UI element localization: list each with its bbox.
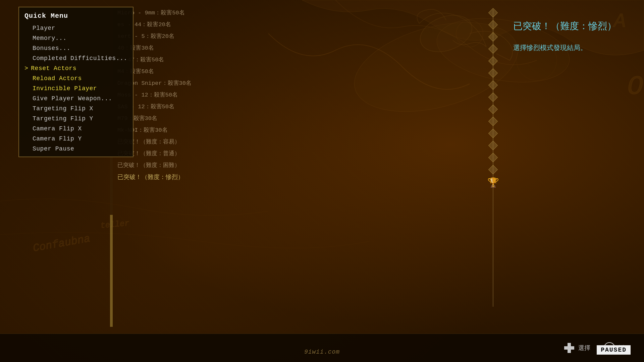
achievement-item: M79：殺害30名: [117, 112, 483, 124]
menu-item-super_pause[interactable]: Super Pause: [19, 144, 133, 154]
diamond-icon: [488, 117, 498, 126]
achievement-item: es - 44：殺害20名: [117, 18, 483, 30]
achievement-list: Micro - 9mm：殺害50名es - 44：殺害20名sert - 5：殺…: [104, 0, 483, 334]
diamond-icon: [488, 68, 498, 78]
svg-rect-10: [564, 346, 568, 350]
diamond-icon: [488, 80, 498, 90]
achievement-text: 已突破！（難度：慘烈）: [117, 173, 483, 181]
diamond-icon: [488, 44, 498, 54]
diamond-icon: [488, 20, 498, 29]
menu-item-memory[interactable]: Memory...: [19, 33, 133, 43]
svg-text:Confaubna: Confaubna: [32, 232, 91, 254]
diamond-icon: [488, 153, 498, 162]
diamond-icon: [488, 32, 498, 42]
select-label: 選擇: [578, 344, 590, 352]
achievement-item: SAS - 12：殺害50名: [117, 101, 483, 112]
menu-item-label: Targeting Flip X: [33, 105, 93, 112]
menu-item-invincible_player[interactable]: Invincible Player: [19, 83, 133, 94]
menu-item-label: Invincible Player: [33, 85, 97, 92]
selected-achievement-desc: 選擇慘烈模式發現結局。: [513, 43, 634, 53]
achievement-item: AK-47：殺害50名: [117, 54, 483, 65]
menu-item-label: Reset Actors: [31, 65, 76, 72]
achievement-item: 已突破！（難度：困難）: [117, 159, 483, 171]
achievement-text: M79：殺害30名: [117, 114, 483, 122]
achievement-item: 已突破！（難度：普通）: [117, 147, 483, 159]
menu-arrow: >: [24, 65, 28, 72]
menu-item-reload_actors[interactable]: Reload Actors: [19, 73, 133, 83]
bottom-bar: 選擇 返回: [0, 334, 644, 362]
achievement-text: Dragon Sniper：殺害30名: [117, 79, 483, 87]
quick-menu: Quick Menu PlayerMemory...Bonuses...Comp…: [18, 7, 133, 157]
menu-item-reset_actors[interactable]: >Reset Actors: [19, 63, 133, 73]
select-control: 選擇: [564, 342, 590, 354]
diamond-column: 🏆: [483, 0, 503, 334]
achievements-panel: Micro - 9mm：殺害50名es - 44：殺害20名sert - 5：殺…: [104, 0, 644, 334]
diamond-icon: [488, 141, 498, 150]
menu-item-label: Targeting Flip Y: [33, 115, 93, 122]
achievement-text: Micro - 9mm：殺害50名: [117, 9, 483, 16]
achievement-item: Moss - 12：殺害50名: [117, 89, 483, 101]
achievement-item: 已突破！（難度：容易）: [117, 136, 483, 147]
achievement-text: sert - 5：殺害20名: [117, 32, 483, 40]
selected-achievement-title: 已突破！（難度：慘烈）: [513, 20, 634, 33]
menu-item-label: Player: [33, 25, 55, 32]
menu-item-completed_difficulties[interactable]: Completed Difficulties...: [19, 53, 133, 63]
menu-item-camera_flip_y[interactable]: Camera Flip Y: [19, 134, 133, 144]
achievement-text: es - 44：殺害20名: [117, 20, 483, 28]
menu-item-label: Camera Flip Y: [33, 135, 82, 142]
menu-item-label: Memory...: [33, 35, 67, 42]
achievement-text: SAS - 12：殺害50名: [117, 103, 483, 110]
watermark: 9iwii.com: [304, 349, 340, 355]
achievement-item: 40：殺害30名: [117, 42, 483, 54]
achievement-text: 已突破！（難度：普通）: [117, 149, 483, 157]
menu-item-label: Completed Difficulties...: [33, 55, 127, 62]
info-panel: 已突破！（難度：慘烈） 選擇慘烈模式發現結局。: [503, 0, 644, 334]
achievement-text: 已突破！（難度：容易）: [117, 138, 483, 145]
menu-item-camera_flip_x[interactable]: Camera Flip X: [19, 124, 133, 134]
achievement-item: sert - 5：殺害20名: [117, 30, 483, 42]
menu-item-targeting_flip_y[interactable]: Targeting Flip Y: [19, 114, 133, 124]
svg-rect-9: [568, 343, 571, 346]
achievement-text: M4：殺害50名: [117, 67, 483, 75]
diamond-icon: [488, 105, 498, 114]
achievement-text: Mk-NDI：殺害30名: [117, 126, 483, 134]
achievement-text: 40：殺害30名: [117, 44, 483, 52]
svg-rect-13: [568, 350, 571, 353]
diamond-icon: [488, 165, 498, 174]
diamond-icon: [488, 56, 498, 66]
achievement-item: Micro - 9mm：殺害50名: [117, 7, 483, 18]
quick-menu-title: Quick Menu: [19, 10, 133, 23]
menu-item-give_player_weapon[interactable]: Give Player Weapon...: [19, 94, 133, 104]
achievement-text: AK-47：殺害50名: [117, 56, 483, 63]
diamond-icon: [488, 8, 498, 17]
menu-item-label: Super Pause: [33, 145, 74, 152]
diamond-icon: [488, 129, 498, 138]
diamond-icon: [488, 93, 498, 102]
achievement-text: Moss - 12：殺害50名: [117, 91, 483, 99]
trophy-icon: 🏆: [487, 177, 499, 188]
achievement-text: 已突破！（難度：困難）: [117, 161, 483, 169]
menu-item-label: Reload Actors: [33, 75, 82, 82]
svg-rect-12: [571, 346, 574, 350]
achievement-item: Mk-NDI：殺害30名: [117, 124, 483, 136]
dpad-icon: [564, 342, 575, 354]
menu-item-label: Give Player Weapon...: [33, 95, 112, 102]
paused-badge: PAUSED: [597, 345, 631, 355]
menu-item-label: Camera Flip X: [33, 125, 82, 132]
achievement-item: M4：殺害50名: [117, 65, 483, 77]
achievement-item: 已突破！（難度：慘烈）: [117, 171, 483, 183]
menu-item-targeting_flip_x[interactable]: Targeting Flip X: [19, 104, 133, 114]
achievement-item: Dragon Sniper：殺害30名: [117, 77, 483, 89]
menu-item-label: Bonuses...: [33, 45, 70, 52]
svg-rect-11: [568, 346, 571, 350]
menu-item-player[interactable]: Player: [19, 23, 133, 33]
menu-item-bonuses[interactable]: Bonuses...: [19, 43, 133, 53]
